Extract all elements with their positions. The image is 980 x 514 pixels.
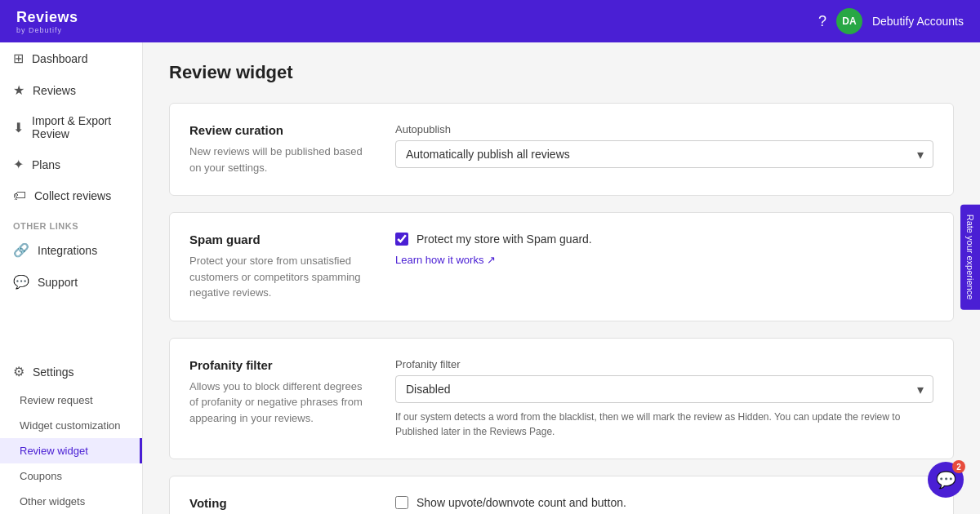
integrations-icon: 🔗 [13, 242, 29, 258]
avatar: DA [836, 8, 862, 34]
sidebar-item-label: Collect reviews [34, 189, 111, 202]
section-title: Spam guard [189, 233, 369, 246]
learn-how-link[interactable]: Learn how it works ↗ [395, 254, 496, 266]
sidebar-item-plans[interactable]: ✦ Plans [0, 148, 142, 180]
sidebar-item-collect-reviews[interactable]: 🏷 Collect reviews [0, 180, 142, 211]
autopublish-label: Autopublish [395, 123, 933, 135]
spam-guard-checkbox[interactable] [395, 233, 408, 246]
sidebar-item-settings[interactable]: ⚙ Settings [0, 356, 142, 388]
other-links-label: OTHER LINKS [0, 211, 142, 234]
section-left: Profanity filter Allows you to block dif… [189, 358, 369, 439]
sidebar-subitem-other-widgets[interactable]: Other widgets [0, 489, 142, 514]
main-content: Review widget Review curation New review… [143, 42, 980, 514]
profanity-filter-label: Profanity filter [395, 358, 933, 370]
dashboard-icon: ⊞ [13, 51, 24, 66]
section-left: Voting Allows users to upvote and downvo… [189, 496, 369, 515]
section-desc: Protect your store from unsatisfied cust… [189, 253, 369, 301]
settings-icon: ⚙ [13, 364, 24, 379]
section-title: Profanity filter [189, 358, 369, 372]
section-right: Profanity filter Disabled Low Medium Hig… [395, 358, 933, 439]
chat-bubble[interactable]: 💬 2 [928, 462, 964, 498]
sidebar-item-label: Settings [33, 366, 74, 379]
section-left: Spam guard Protect your store from unsat… [189, 233, 369, 301]
logo: Reviews by Debutify [16, 9, 78, 34]
section-title: Review curation [189, 123, 369, 137]
sidebar-item-dashboard[interactable]: ⊞ Dashboard [0, 42, 142, 74]
support-icon: 💬 [13, 274, 29, 290]
section-right: Autopublish Automatically publish all re… [395, 123, 933, 175]
sidebar-item-support[interactable]: 💬 Support [0, 266, 142, 298]
collect-icon: 🏷 [13, 188, 26, 203]
section-voting: Voting Allows users to upvote and downvo… [169, 476, 954, 515]
chat-badge: 2 [952, 460, 965, 473]
profanity-hint: If our system detects a word from the bl… [395, 410, 933, 439]
spam-guard-label: Protect my store with Spam guard. [416, 233, 592, 246]
sidebar-item-integrations[interactable]: 🔗 Integrations [0, 234, 142, 266]
sidebar: ⊞ Dashboard ★ Reviews ⬇ Import & Export … [0, 42, 143, 514]
section-review-curation: Review curation New reviews will be publ… [169, 103, 954, 196]
feedback-tab[interactable]: Rate your experience [960, 205, 980, 310]
sidebar-item-import-export[interactable]: ⬇ Import & Export Review [0, 106, 142, 148]
profanity-select[interactable]: Disabled Low Medium High [395, 375, 933, 403]
sidebar-item-label: Reviews [33, 84, 76, 97]
page-title: Review widget [169, 62, 954, 83]
upvote-downvote-checkbox[interactable] [395, 496, 408, 509]
help-icon[interactable]: ? [818, 13, 826, 30]
account-name: Debutify Accounts [872, 15, 964, 28]
section-right: Show upvote/downvote count and button. S… [395, 496, 933, 515]
sidebar-item-label: Support [38, 276, 78, 289]
section-spam-guard: Spam guard Protect your store from unsat… [169, 212, 954, 321]
sidebar-subitem-review-request[interactable]: Review request [0, 388, 142, 413]
autopublish-select[interactable]: Automatically publish all reviews Manual… [395, 140, 933, 168]
import-icon: ⬇ [13, 120, 24, 135]
logo-title: Reviews [16, 9, 78, 26]
sidebar-subitem-widget-customization[interactable]: Widget customization [0, 413, 142, 438]
section-left: Review curation New reviews will be publ… [189, 123, 369, 175]
sidebar-item-reviews[interactable]: ★ Reviews [0, 74, 142, 106]
header: Reviews by Debutify ? DA Debutify Accoun… [0, 0, 980, 42]
sidebar-subitem-coupons[interactable]: Coupons [0, 463, 142, 489]
sidebar-item-label: Plans [32, 158, 60, 171]
header-right: ? DA Debutify Accounts [818, 8, 964, 34]
upvote-downvote-label: Show upvote/downvote count and button. [416, 496, 626, 509]
autopublish-select-wrap: Automatically publish all reviews Manual… [395, 140, 933, 168]
logo-subtitle: by Debutify [16, 26, 78, 34]
section-desc: Allows you to block different degrees of… [189, 379, 369, 427]
sidebar-item-label: Dashboard [32, 52, 88, 65]
layout: ⊞ Dashboard ★ Reviews ⬇ Import & Export … [0, 42, 980, 514]
section-right: Protect my store with Spam guard. Learn … [395, 233, 933, 301]
profanity-select-wrap: Disabled Low Medium High [395, 375, 933, 403]
reviews-icon: ★ [13, 82, 24, 98]
sidebar-subitem-review-widget[interactable]: Review widget [0, 438, 142, 463]
chat-icon: 💬 [936, 470, 956, 490]
sidebar-item-label: Integrations [38, 244, 97, 257]
sidebar-item-label: Import & Export Review [32, 114, 129, 140]
spam-guard-checkbox-row: Protect my store with Spam guard. [395, 233, 933, 246]
voting-checkbox-row-1: Show upvote/downvote count and button. [395, 496, 933, 509]
section-title: Voting [189, 496, 369, 510]
section-profanity-filter: Profanity filter Allows you to block dif… [169, 338, 954, 459]
section-desc: New reviews will be published based on y… [189, 144, 369, 175]
plans-icon: ✦ [13, 157, 24, 172]
